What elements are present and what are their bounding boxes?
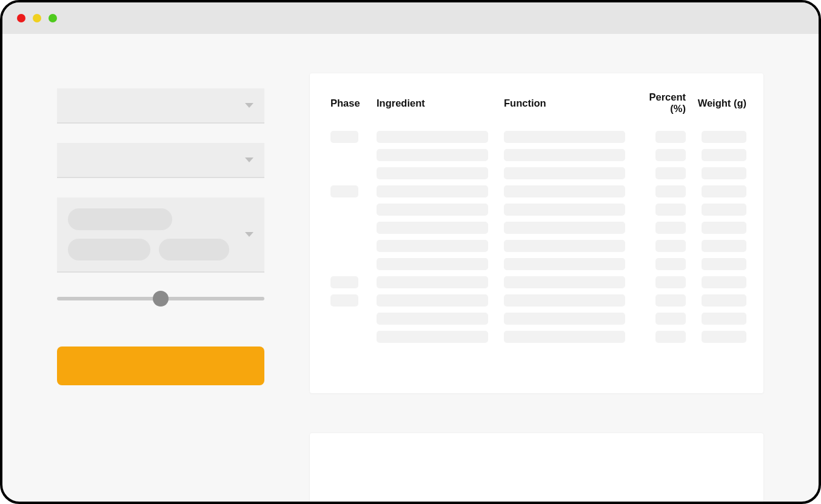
cell-percent	[634, 128, 689, 146]
table-row	[327, 237, 750, 255]
col-ingredient: Ingredient	[373, 85, 500, 128]
cell-percent	[634, 273, 689, 291]
chip-multiselect[interactable]	[57, 197, 264, 273]
skeleton	[377, 167, 488, 179]
cell-phase	[327, 255, 373, 273]
app-window: Phase Ingredient Function Percent (%) We…	[0, 0, 821, 504]
table-row	[327, 146, 750, 164]
cell-ingredient	[373, 291, 500, 310]
cell-phase	[327, 310, 373, 328]
skeleton	[702, 222, 746, 234]
table-row	[327, 219, 750, 237]
skeleton	[504, 222, 625, 234]
cell-function	[500, 164, 634, 182]
slider[interactable]	[57, 297, 264, 300]
skeleton	[702, 331, 746, 343]
chip[interactable]	[159, 239, 229, 260]
chip[interactable]	[68, 239, 150, 260]
cell-ingredient	[373, 255, 500, 273]
skeleton	[702, 276, 746, 288]
skeleton	[377, 185, 488, 197]
cell-ingredient	[373, 219, 500, 237]
skeleton	[377, 331, 488, 343]
table-row	[327, 201, 750, 219]
table-row	[327, 291, 750, 310]
cell-phase	[327, 219, 373, 237]
cell-phase	[327, 273, 373, 291]
cell-percent	[634, 182, 689, 201]
cell-phase	[327, 291, 373, 310]
cell-phase	[327, 328, 373, 346]
cell-function	[500, 328, 634, 346]
cell-phase	[327, 146, 373, 164]
cell-weight	[689, 237, 750, 255]
cell-function	[500, 255, 634, 273]
cell-phase	[327, 182, 373, 201]
main: Phase Ingredient Function Percent (%) We…	[293, 34, 819, 502]
skeleton	[504, 313, 625, 325]
col-percent: Percent (%)	[634, 85, 689, 128]
cell-percent	[634, 219, 689, 237]
cell-weight	[689, 255, 750, 273]
cell-phase	[327, 164, 373, 182]
skeleton	[504, 131, 625, 143]
cell-function	[500, 146, 634, 164]
slider-thumb[interactable]	[153, 291, 169, 307]
skeleton	[655, 222, 686, 234]
col-weight: Weight (g)	[689, 85, 750, 128]
cell-phase	[327, 201, 373, 219]
secondary-card	[309, 433, 764, 502]
cell-weight	[689, 164, 750, 182]
skeleton	[702, 167, 746, 179]
col-phase: Phase	[327, 85, 373, 128]
chevron-down-icon	[245, 103, 253, 108]
skeleton	[504, 185, 625, 197]
skeleton	[377, 149, 488, 161]
workspace: Phase Ingredient Function Percent (%) We…	[2, 34, 819, 502]
table-row	[327, 255, 750, 273]
skeleton	[655, 149, 686, 161]
skeleton	[504, 276, 625, 288]
sidebar	[2, 34, 293, 502]
table-body	[327, 128, 750, 346]
cell-weight	[689, 201, 750, 219]
skeleton	[702, 131, 746, 143]
table-row	[327, 310, 750, 328]
cell-weight	[689, 273, 750, 291]
skeleton	[655, 258, 686, 270]
cell-percent	[634, 255, 689, 273]
skeleton	[702, 258, 746, 270]
cell-weight	[689, 128, 750, 146]
cell-function	[500, 201, 634, 219]
cell-percent	[634, 237, 689, 255]
chip[interactable]	[68, 208, 172, 230]
skeleton	[702, 185, 746, 197]
skeleton	[702, 313, 746, 325]
slider-track	[57, 297, 264, 300]
skeleton	[377, 131, 488, 143]
cell-ingredient	[373, 310, 500, 328]
window-minimize-button[interactable]	[33, 14, 41, 22]
skeleton	[655, 167, 686, 179]
select-2[interactable]	[57, 143, 264, 178]
table-row	[327, 182, 750, 201]
table-row	[327, 328, 750, 346]
primary-action-button[interactable]	[57, 346, 264, 385]
skeleton	[377, 204, 488, 216]
cell-ingredient	[373, 328, 500, 346]
window-close-button[interactable]	[17, 14, 25, 22]
skeleton	[655, 185, 686, 197]
cell-weight	[689, 291, 750, 310]
window-zoom-button[interactable]	[49, 14, 57, 22]
skeleton	[377, 294, 488, 307]
skeleton	[655, 313, 686, 325]
skeleton	[504, 294, 625, 307]
skeleton	[655, 240, 686, 252]
cell-ingredient	[373, 201, 500, 219]
skeleton	[330, 276, 358, 288]
cell-phase	[327, 128, 373, 146]
cell-function	[500, 182, 634, 201]
table-row	[327, 164, 750, 182]
chevron-down-icon	[245, 158, 253, 162]
select-1[interactable]	[57, 88, 264, 124]
